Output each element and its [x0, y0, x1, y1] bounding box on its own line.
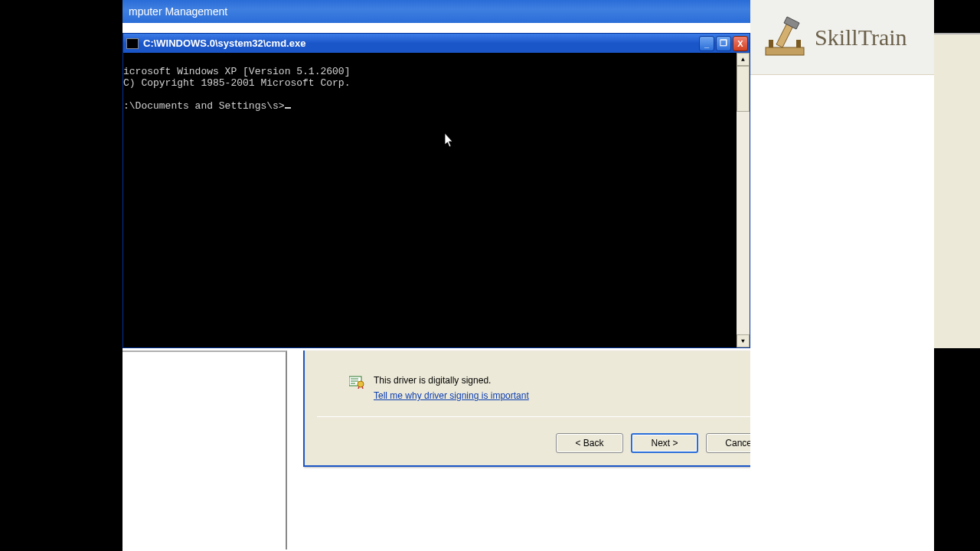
cmd-body[interactable]: icrosoft Windows XP [Version 5.1.2600] C… [123, 53, 750, 347]
skilltrain-logo: SkillTrain [750, 0, 934, 75]
minimize-button[interactable]: _ [699, 36, 714, 51]
close-button[interactable]: X [733, 36, 748, 51]
cmd-titlebar[interactable]: C:\WINDOWS.0\system32\cmd.exe _ ❐ X [123, 34, 750, 53]
certificate-icon [349, 375, 364, 389]
tree-panel[interactable] [122, 350, 287, 549]
cmd-prompt: :\Documents and Settings\s> [123, 100, 285, 112]
scroll-track[interactable] [737, 112, 750, 334]
cmd-line-2: C) Copyright 1985-2001 Microsoft Corp. [123, 77, 350, 89]
mouse-cursor-icon [397, 122, 407, 136]
driver-wizard-dialog: This driver is digitally signed. Tell me… [303, 350, 787, 467]
back-button[interactable]: < Back [556, 433, 623, 453]
driver-signed-text: This driver is digitally signed. [374, 375, 491, 386]
computer-management-title: mputer Management [129, 5, 227, 18]
svg-rect-5 [796, 40, 801, 47]
cmd-window: C:\WINDOWS.0\system32\cmd.exe _ ❐ X icro… [122, 33, 750, 348]
driver-signing-link[interactable]: Tell me why driver signing is important [374, 390, 529, 401]
next-button[interactable]: Next > [631, 433, 698, 453]
right-white-area [750, 75, 934, 551]
cmd-title-text: C:\WINDOWS.0\system32\cmd.exe [143, 37, 697, 49]
svg-rect-3 [766, 47, 804, 55]
cmd-icon [126, 38, 139, 49]
scroll-down-button[interactable]: ▼ [737, 334, 750, 347]
computer-management-titlebar[interactable]: mputer Management [122, 0, 858, 23]
svg-rect-4 [769, 40, 773, 47]
cmd-line-1: icrosoft Windows XP [Version 5.1.2600] [123, 66, 350, 77]
scroll-thumb[interactable] [737, 66, 750, 112]
logo-text: SkillTrain [815, 24, 907, 51]
cmd-scrollbar[interactable]: ▲ ▼ [737, 53, 750, 347]
scroll-up-button[interactable]: ▲ [737, 53, 750, 66]
maximize-button[interactable]: ❐ [716, 36, 731, 51]
cmd-cursor [285, 107, 291, 109]
svg-point-2 [358, 381, 364, 387]
hammer-icon [758, 11, 812, 64]
wizard-divider [317, 416, 773, 417]
